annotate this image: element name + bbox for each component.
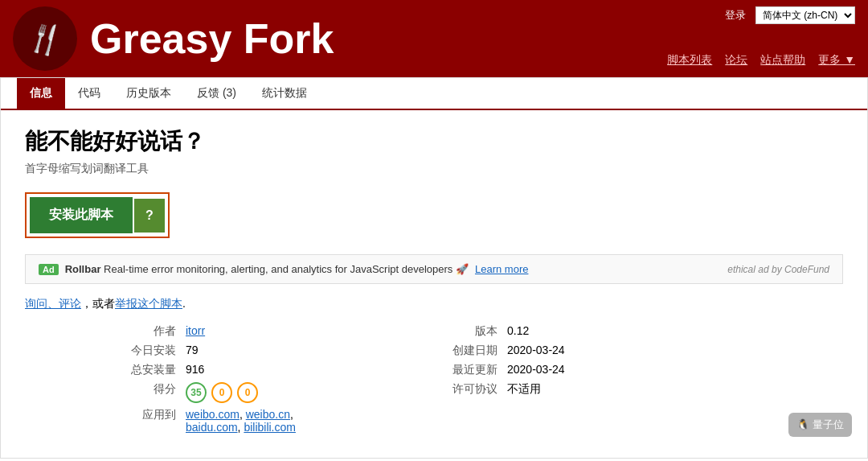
ad-ethical: ethical ad by CodeFund <box>727 264 829 275</box>
created-label: 创建日期 <box>346 344 507 358</box>
header-top-right: 登录 简体中文 (zh-CN) <box>725 6 855 24</box>
ad-badge: Ad <box>39 264 59 275</box>
install-area: 安装此脚本 ? <box>25 192 170 238</box>
nav-scripts-link[interactable]: 脚本列表 <box>667 53 712 68</box>
author-label: 作者 <box>25 324 186 339</box>
site-weibo-cn[interactable]: weibo.cn <box>246 408 290 421</box>
tab-code[interactable]: 代码 <box>65 78 113 109</box>
watermark-text: 量子位 <box>813 418 844 430</box>
watermark: 🐧 量子位 <box>788 413 852 437</box>
license-value: 不适用 <box>507 382 668 403</box>
score-badge-positive: 35 <box>186 382 207 403</box>
script-title: 能不能好好说话？ <box>25 126 843 157</box>
fork-icon: 🍴 <box>23 18 67 60</box>
score-badge-negative: 0 <box>237 382 258 403</box>
logo-image: 🍴 <box>13 6 77 71</box>
version-value: 0.12 <box>507 324 668 339</box>
header-nav: 脚本列表 论坛 站点帮助 更多 ▼ <box>667 53 855 68</box>
language-select[interactable]: 简体中文 (zh-CN) <box>755 6 855 24</box>
main-panel: 信息 代码 历史版本 反馈 (3) 统计数据 能不能好好说话？ 首字母缩写划词翻… <box>0 77 868 459</box>
watermark-icon: 🐧 <box>796 418 809 430</box>
tab-stats[interactable]: 统计数据 <box>249 78 320 109</box>
score-value: 35 0 0 <box>186 382 346 403</box>
install-help-button[interactable]: ? <box>134 199 165 233</box>
content-area: 能不能好好说话？ 首字母缩写划词翻译工具 安装此脚本 ? Ad Rollbar … <box>1 110 867 458</box>
tab-bar: 信息 代码 历史版本 反馈 (3) 统计数据 <box>1 78 867 110</box>
tab-info[interactable]: 信息 <box>17 78 65 109</box>
header: 🍴 Greasy Fork 登录 简体中文 (zh-CN) 脚本列表 论坛 站点… <box>0 0 868 77</box>
updated-label: 最近更新 <box>346 363 507 377</box>
score-badge-ok: 0 <box>211 382 232 403</box>
nav-forum-link[interactable]: 论坛 <box>725 53 747 68</box>
sites-value: weibo.com, weibo.cn, baidu.com, bilibili… <box>186 408 346 434</box>
ad-brand: Rollbar Real-time error monitoring, aler… <box>65 263 469 275</box>
tab-feedback[interactable]: 反馈 (3) <box>184 78 249 109</box>
site-weibo-com[interactable]: weibo.com <box>186 408 240 421</box>
install-button[interactable]: 安装此脚本 <box>30 197 133 233</box>
score-badges: 35 0 0 <box>186 382 346 403</box>
sites-label: 应用到 <box>25 408 186 434</box>
ad-learn-more-link[interactable]: Learn more <box>475 263 528 275</box>
license-label: 许可协议 <box>346 382 507 403</box>
inquire-link[interactable]: 询问、评论 <box>25 297 81 310</box>
author-value: itorr <box>186 324 346 339</box>
installs-today-label: 今日安装 <box>25 344 186 358</box>
links-row: 询问、评论，或者举报这个脚本. <box>25 297 843 311</box>
meta-table: 作者 itorr 版本 0.12 今日安装 79 创建日期 2020-03-24… <box>25 324 843 434</box>
score-label: 得分 <box>25 382 186 403</box>
total-installs-label: 总安装量 <box>25 363 186 377</box>
login-link[interactable]: 登录 <box>725 8 746 23</box>
total-installs-value: 916 <box>186 363 346 377</box>
tab-history[interactable]: 历史版本 <box>113 78 184 109</box>
site-bilibili-com[interactable]: bilibili.com <box>244 421 296 434</box>
report-link[interactable]: 举报这个脚本 <box>115 297 182 310</box>
script-subtitle: 首字母缩写划词翻译工具 <box>25 162 843 176</box>
version-label: 版本 <box>346 324 507 339</box>
author-link[interactable]: itorr <box>186 324 205 337</box>
installs-today-value: 79 <box>186 344 346 358</box>
nav-help-link[interactable]: 站点帮助 <box>760 53 805 68</box>
updated-value: 2020-03-24 <box>507 363 668 377</box>
site-baidu-com[interactable]: baidu.com <box>186 421 238 434</box>
created-value: 2020-03-24 <box>507 344 668 358</box>
nav-more-link[interactable]: 更多 ▼ <box>818 53 855 68</box>
ad-banner: Ad Rollbar Real-time error monitoring, a… <box>25 254 843 284</box>
ad-left: Ad Rollbar Real-time error monitoring, a… <box>39 263 528 275</box>
